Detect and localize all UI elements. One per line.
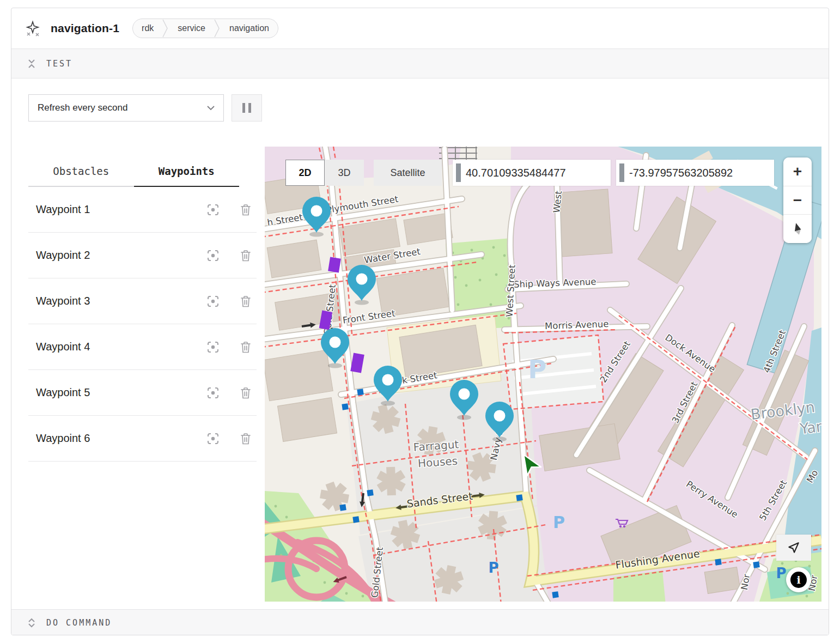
center-on-waypoint-button[interactable] [206,432,220,445]
recenter-robot-button[interactable] [776,535,811,561]
waypoint-row: Waypoint 2 [28,233,257,278]
center-on-waypoint-button[interactable] [206,341,220,354]
breadcrumb-item: service [169,23,214,33]
waypoint-marker[interactable] [302,197,331,237]
breadcrumb: rdk service navigation [132,19,278,38]
tab-waypoints[interactable]: Waypoints [134,162,240,187]
waypoint-name: Waypoint 1 [36,203,206,216]
delete-waypoint-button[interactable] [239,203,252,216]
map-3d-button[interactable]: 3D [325,160,364,186]
waypoint-name: Waypoint 3 [36,295,206,307]
parking-icon: P [553,513,565,532]
breadcrumb-item: navigation [221,23,278,33]
place-label: Yard [799,417,821,438]
trash-icon [240,386,252,399]
page-title: navigation-1 [51,22,119,35]
obstacle-marker [350,353,364,373]
center-on-waypoint-button[interactable] [206,295,220,308]
delete-waypoint-button[interactable] [239,295,252,308]
waypoint-marker[interactable] [348,265,376,305]
zoom-in-button[interactable]: + [783,157,812,186]
card-header: navigation-1 rdk service navigation [11,8,829,48]
do-command-label: DO COMMAND [46,618,112,628]
map-2d-button[interactable]: 2D [285,160,325,186]
latitude-input[interactable] [466,167,602,179]
waypoint-name: Waypoint 4 [36,341,206,353]
navigation-service-card: navigation-1 rdk service navigation TEST… [11,8,829,635]
info-icon: i [790,572,807,588]
delete-waypoint-button[interactable] [239,432,252,445]
waypoint-row: Waypoint 1 [28,187,257,233]
delete-waypoint-button[interactable] [239,249,252,262]
focus-icon [206,249,220,262]
focus-icon [206,386,220,399]
longitude-input[interactable] [629,167,765,179]
focus-icon [206,295,220,308]
map-zoom-control: + − [783,157,812,243]
delete-waypoint-button[interactable] [239,341,252,354]
compass-button[interactable] [783,214,812,243]
test-section-label: TEST [46,59,72,69]
list-tabs: Obstacles Waypoints [28,162,239,187]
breadcrumb-item: rdk [133,23,162,33]
center-on-waypoint-button[interactable] [206,203,220,216]
breadcrumb-separator-icon [214,19,221,38]
collapse-icon [27,59,36,69]
focus-icon [206,203,220,216]
trash-icon [240,341,252,354]
refresh-rate-value: Refresh every second [38,102,207,113]
pause-icon [242,103,245,113]
focus-icon [206,341,220,354]
drag-handle[interactable] [456,163,461,182]
parking-icon: P [488,560,498,576]
center-on-waypoint-button[interactable] [206,249,220,262]
parking-icon: P [776,565,786,581]
compass-icon [791,222,804,236]
drag-handle[interactable] [619,163,624,182]
refresh-rate-select[interactable]: Refresh every second [28,94,224,122]
map-info-button[interactable]: i [786,567,811,592]
trash-icon [240,249,252,262]
waypoint-name: Waypoint 5 [36,386,206,399]
trash-icon [240,432,252,445]
place-label: Houses [417,454,458,470]
map-canvas[interactable]: P P P P [265,147,821,602]
zoom-out-button[interactable]: − [783,186,812,215]
service-sparkle-icon [26,20,41,37]
parking-icon: P [528,355,546,384]
map-satellite-button[interactable]: Satellite [374,160,442,186]
center-on-waypoint-button[interactable] [206,386,220,399]
breadcrumb-separator-icon [162,19,169,38]
waypoint-name: Waypoint 2 [36,249,206,262]
waypoint-row: Waypoint 6 [28,416,257,462]
focus-icon [206,432,220,445]
navigation-map[interactable]: P P P P [265,147,821,602]
waypoint-row: Waypoint 3 [28,278,257,324]
trash-icon [240,295,252,308]
obstacle-marker [328,257,341,273]
longitude-field [616,160,774,186]
waypoint-list: Waypoint 1 Waypoint 2 Waypoint 3 [28,187,257,462]
do-command-section-header[interactable]: DO COMMAND [11,609,829,635]
chevron-down-icon [207,106,215,111]
waypoint-row: Waypoint 4 [28,324,257,370]
pause-refresh-button[interactable] [232,94,262,122]
tab-obstacles[interactable]: Obstacles [28,162,134,187]
trash-icon [240,203,252,216]
delete-waypoint-button[interactable] [239,386,252,399]
latitude-field [453,160,611,186]
waypoint-name: Waypoint 6 [36,432,206,445]
navigation-arrow-icon [787,541,801,555]
expand-icon [27,618,36,628]
waypoint-row: Waypoint 5 [28,370,257,416]
test-section-header[interactable]: TEST [11,48,829,78]
